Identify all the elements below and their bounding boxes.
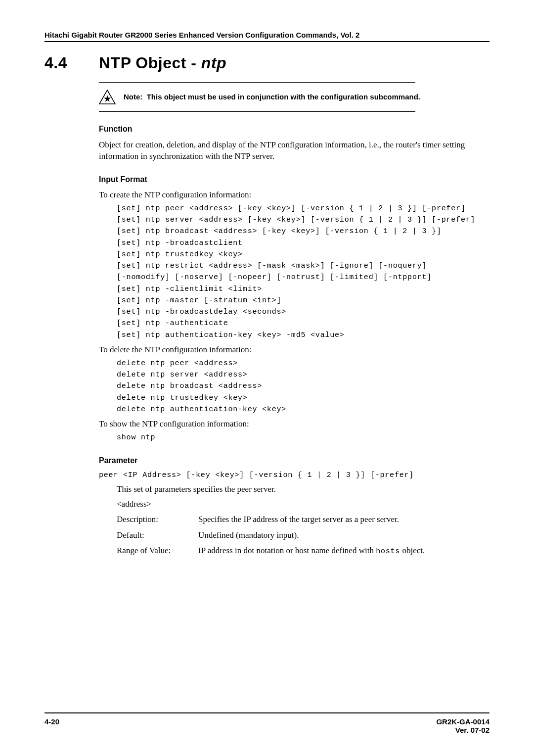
- footer-doc-id: GR2K-GA-0014: [436, 717, 490, 726]
- section-title-ital: ntp: [201, 54, 226, 72]
- note-bottom-rule: [99, 111, 415, 112]
- delete-intro: To delete the NTP configuration informat…: [99, 345, 490, 355]
- footer-version: Ver. 07-02: [436, 726, 490, 734]
- section-number: 4.4: [44, 54, 99, 72]
- note-text: Note: This object must be used in conjun…: [124, 90, 420, 101]
- parameter-syntax: peer <IP Address> [-key <key>] [-version…: [99, 471, 490, 479]
- create-code: [set] ntp peer <address> [-key <key>] [-…: [117, 203, 490, 341]
- note-body: This object must be used in conjunction …: [147, 93, 420, 101]
- note-label: Note:: [124, 93, 142, 101]
- function-text: Object for creation, deletion, and displ…: [99, 140, 490, 162]
- content-block: ★ Note: This object must be used in conj…: [99, 82, 490, 557]
- footer-rule: [44, 712, 490, 713]
- note-top-rule: [99, 82, 415, 83]
- param-val: IP address in dot notation or host name …: [198, 545, 490, 557]
- show-code: show ntp: [117, 432, 490, 443]
- footer-row: 4-20 GR2K-GA-0014 Ver. 07-02: [44, 717, 490, 734]
- footer-right: GR2K-GA-0014 Ver. 07-02: [436, 717, 490, 734]
- section-title-plain: NTP Object -: [99, 54, 201, 72]
- param-key: Description:: [117, 514, 198, 525]
- parameter-address-label: <address>: [117, 499, 490, 509]
- param-val: Undefined (mandatory input).: [198, 530, 490, 541]
- create-intro: To create the NTP configuration informat…: [99, 190, 490, 200]
- svg-text:★: ★: [104, 94, 111, 103]
- input-format-heading: Input Format: [99, 175, 490, 184]
- param-key: Range of Value:: [117, 545, 198, 557]
- function-heading: Function: [99, 125, 490, 134]
- parameter-desc: This set of parameters specifies the pee…: [117, 484, 490, 494]
- param-key: Default:: [117, 530, 198, 541]
- show-intro: To show the NTP configuration informatio…: [99, 419, 490, 429]
- delete-code: delete ntp peer <address> delete ntp ser…: [117, 358, 490, 415]
- param-row-range: Range of Value: IP address in dot notati…: [117, 545, 490, 557]
- top-rule: [44, 41, 490, 42]
- running-head: Hitachi Gigabit Router GR2000 Series Enh…: [44, 31, 490, 39]
- param-val: Specifies the IP address of the target s…: [198, 514, 490, 525]
- star-triangle-icon: ★: [99, 90, 116, 104]
- page: Hitachi Gigabit Router GR2000 Series Enh…: [0, 0, 534, 756]
- parameter-heading: Parameter: [99, 456, 490, 465]
- param-row-default: Default: Undefined (mandatory input).: [117, 530, 490, 541]
- section-title: 4.4NTP Object - ntp: [44, 54, 490, 72]
- footer-page-number: 4-20: [44, 717, 59, 734]
- footer: 4-20 GR2K-GA-0014 Ver. 07-02: [44, 712, 490, 734]
- note-row: ★ Note: This object must be used in conj…: [99, 90, 490, 104]
- param-row-description: Description: Specifies the IP address of…: [117, 514, 490, 525]
